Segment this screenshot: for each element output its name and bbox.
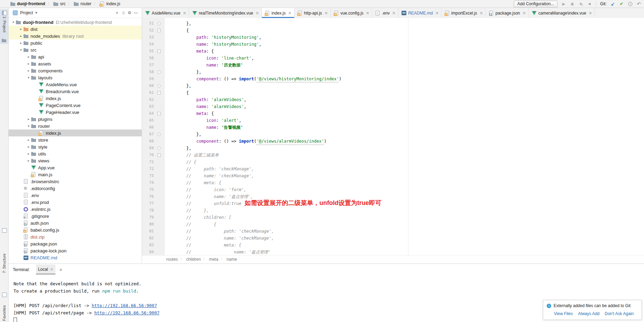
- code-breadcrumb-item[interactable]: name: [227, 257, 237, 262]
- code-line-82[interactable]: 82 // name: 'checkManage',: [142, 235, 644, 242]
- editor-tab[interactable]: cameraManage\index.vue✕: [529, 8, 595, 18]
- tree-row-babel.config.js[interactable]: JSbabel.config.js: [9, 226, 142, 233]
- chevron-down-icon[interactable]: ▼: [35, 11, 38, 15]
- editor-tab[interactable]: JSvue.config.js✕: [331, 8, 372, 18]
- code-line-65[interactable]: 65 icon: 'alert',: [142, 117, 644, 124]
- chevron-down-icon[interactable]: ▾: [11, 20, 16, 24]
- tree-row-AsideMenu.vue[interactable]: AsideMenu.vue: [9, 81, 142, 88]
- tree-row-.gitignore[interactable]: ⊘.gitignore: [9, 213, 142, 220]
- tree-row-.editorconfig[interactable]: ⚙.editorconfig: [9, 185, 142, 192]
- tree-row-api[interactable]: ▸api: [9, 53, 142, 60]
- close-icon[interactable]: ✕: [50, 267, 53, 272]
- editor-tab[interactable]: {}package.json✕: [486, 8, 529, 18]
- code-line-71[interactable]: 71 // {: [142, 159, 644, 166]
- code-line-64[interactable]: 64− meta: {: [142, 110, 644, 117]
- tree-row-package.json[interactable]: {}package.json: [9, 240, 142, 247]
- code-line-80[interactable]: 80 // {: [142, 221, 644, 228]
- tree-row-src[interactable]: ▾src: [9, 46, 142, 53]
- close-icon[interactable]: ✕: [366, 11, 369, 16]
- tree-row-style[interactable]: ▸style: [9, 143, 142, 150]
- folder-stripe-icon[interactable]: [2, 38, 6, 42]
- code-line-63[interactable]: 63 name: 'alarmVideos',: [142, 103, 644, 110]
- fold-marker-icon[interactable]: −: [157, 153, 161, 157]
- code-line-54[interactable]: 54 name: 'historyMonitoring',: [142, 41, 644, 48]
- tree-row-index.js[interactable]: JSindex.js: [9, 95, 142, 102]
- fold-marker-icon[interactable]: −: [157, 146, 161, 150]
- chevron-right-icon[interactable]: ▸: [26, 159, 31, 162]
- tree-row-public[interactable]: ▸public: [9, 39, 142, 46]
- fold-marker-icon[interactable]: −: [157, 84, 161, 88]
- debug-bug-icon[interactable]: [570, 1, 575, 6]
- fold-marker-icon[interactable]: −: [157, 70, 161, 74]
- add-configuration-button[interactable]: Add Configuration...: [514, 1, 557, 7]
- breadcrumb-item[interactable]: duoji-frontend: [10, 1, 45, 6]
- code-line-55[interactable]: 55− meta: {: [142, 48, 644, 55]
- stripe-tab-project[interactable]: 1: Project: [2, 16, 7, 32]
- chevron-down-icon[interactable]: ▾: [26, 76, 31, 79]
- code-line-61[interactable]: 61− {: [142, 89, 644, 96]
- code-line-66[interactable]: 66 name: '告警视频': [142, 124, 644, 131]
- terminal-tab-local[interactable]: Local ✕: [36, 265, 55, 275]
- terminal-url-link[interactable]: http://192.168.66.56:9007: [94, 310, 159, 315]
- run-coverage-icon[interactable]: [579, 1, 583, 6]
- git-update-icon[interactable]: ↙: [610, 1, 615, 6]
- editor-tab[interactable]: realTimeMonitoring\index.vue✕: [189, 8, 262, 18]
- close-icon[interactable]: ✕: [183, 11, 186, 16]
- git-commit-icon[interactable]: ✔: [619, 1, 624, 6]
- close-icon[interactable]: ✕: [435, 11, 439, 16]
- tree-row-assets[interactable]: ▸assets: [9, 60, 142, 67]
- hide-panel-icon[interactable]: —: [133, 10, 139, 16]
- code-line-56[interactable]: 56 icon: 'line-chart',: [142, 55, 644, 62]
- structure-tool-window-icon[interactable]: [2, 228, 7, 233]
- tree-row-.eslintrc.js[interactable]: .eslintrc.js: [9, 206, 142, 213]
- chevron-right-icon[interactable]: ▸: [18, 34, 24, 38]
- code-line-73[interactable]: 73 // name: 'checkManage',: [142, 172, 644, 179]
- chevron-right-icon[interactable]: ▸: [26, 69, 31, 72]
- code-viewport[interactable]: 51− },52− {53 path: 'historyMonitoring',…: [142, 18, 644, 256]
- tree-row-.browserslistrc[interactable]: .browserslistrc: [9, 178, 142, 185]
- code-line-60[interactable]: 60− },: [142, 82, 644, 89]
- notification-action-link[interactable]: Don't Ask Again: [605, 311, 634, 316]
- code-line-58[interactable]: 58− },: [142, 69, 644, 75]
- tree-row-layouts[interactable]: ▾layouts: [9, 74, 142, 81]
- fold-marker-icon[interactable]: −: [157, 133, 161, 136]
- close-icon[interactable]: ✕: [479, 11, 483, 16]
- tree-row-.env.prod[interactable]: .env.prod: [9, 199, 142, 206]
- code-line-78[interactable]: 78 // },: [142, 207, 644, 214]
- code-line-81[interactable]: 81 // path: 'checkManage',: [142, 228, 644, 235]
- code-breadcrumb-item[interactable]: routes: [166, 257, 178, 262]
- tree-row-index.js[interactable]: JSindex.js: [9, 129, 142, 136]
- close-icon[interactable]: ✕: [522, 11, 526, 16]
- close-icon[interactable]: ✕: [256, 11, 259, 16]
- chevron-right-icon[interactable]: ▸: [26, 145, 31, 149]
- notification-action-link[interactable]: Always Add: [578, 311, 599, 316]
- tree-row-.env[interactable]: .env: [9, 192, 142, 199]
- tree-row-package-lock.json[interactable]: {}package-lock.json: [9, 247, 142, 254]
- chevron-right-icon[interactable]: ▸: [26, 138, 31, 142]
- tree-row-README.md[interactable]: MDREADME.md: [9, 254, 142, 261]
- tree-row-PageContent.vue[interactable]: PageContent.vue: [9, 102, 142, 109]
- chevron-down-icon[interactable]: ▾: [18, 48, 24, 52]
- code-line-83[interactable]: 83 // meta: {: [142, 242, 644, 249]
- close-icon[interactable]: ✕: [589, 11, 592, 16]
- breadcrumb-item[interactable]: JSindex.js: [100, 1, 121, 6]
- editor-tab[interactable]: JSindex.js✕: [262, 8, 294, 18]
- fold-marker-icon[interactable]: −: [157, 112, 161, 115]
- notification-action-link[interactable]: View Files: [554, 311, 573, 316]
- chevron-right-icon[interactable]: ▸: [18, 41, 24, 45]
- tree-row-store[interactable]: ▸store: [9, 136, 142, 143]
- code-breadcrumb-item[interactable]: meta: [209, 257, 218, 262]
- fold-marker-icon[interactable]: −: [157, 22, 161, 25]
- fold-marker-icon[interactable]: −: [157, 29, 161, 32]
- favorites-tool-window-icon[interactable]: [2, 293, 7, 297]
- code-line-57[interactable]: 57 name: '历史数据': [142, 62, 644, 69]
- project-tool-window-icon[interactable]: [2, 11, 7, 15]
- chevron-right-icon[interactable]: ▸: [26, 55, 31, 59]
- code-line-67[interactable]: 67− },: [142, 131, 644, 138]
- code-line-68[interactable]: 68 component: () => import('@/views/alar…: [142, 138, 644, 145]
- run-icon[interactable]: ▶: [561, 1, 566, 6]
- chevron-right-icon[interactable]: ▸: [26, 62, 31, 65]
- breadcrumb-item[interactable]: router: [74, 1, 91, 6]
- code-breadcrumb-item[interactable]: children: [186, 257, 201, 262]
- code-line-62[interactable]: 62 path: 'alarmVideos',: [142, 96, 644, 103]
